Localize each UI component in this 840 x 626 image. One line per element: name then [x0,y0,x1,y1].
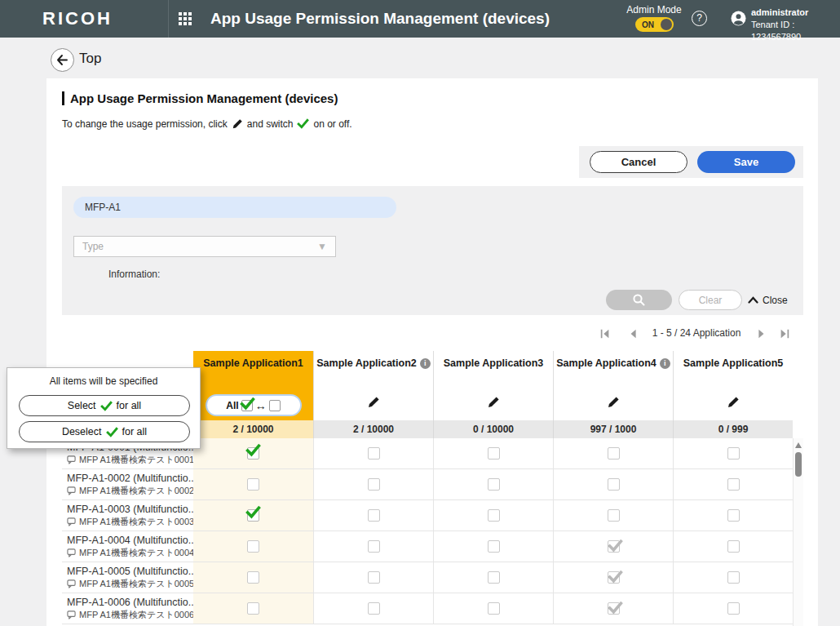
help-icon[interactable]: ? [692,11,707,26]
permission-checkbox[interactable] [368,540,380,553]
permission-checkbox[interactable] [368,571,380,584]
column-title: Sample Application2i [314,357,433,369]
type-dropdown[interactable]: Type ▼ [73,236,336,257]
admin-mode-toggle[interactable]: ON [635,17,674,32]
select-all-button[interactable]: Select for all [19,395,190,416]
device-search-input[interactable] [73,197,396,218]
permission-checkbox[interactable] [727,571,740,584]
permission-checkbox [608,540,620,553]
permission-checkbox[interactable] [247,509,259,522]
back-button[interactable] [51,48,74,72]
column-header-1: Sample Application1All↔ [193,351,313,420]
device-subname-text: MFP A1機番検索テスト0005 [79,578,193,590]
user-avatar-icon[interactable] [731,11,746,26]
deselect-all-button[interactable]: Deselect for all [19,421,190,442]
permission-checkbox[interactable] [488,571,500,584]
permission-checkbox[interactable] [247,478,259,491]
information-label: Information: [108,269,160,280]
permission-checkbox[interactable] [368,509,380,522]
permission-cell [553,438,673,468]
tenant-id: Tenant ID : 1234567890 [751,19,840,43]
permission-checkbox[interactable] [247,540,259,553]
table-row: MFP-A1-0005 (Multifunctio...MFP A1機番検索テス… [62,562,793,593]
permission-checkbox[interactable] [247,602,259,615]
comment-bubble-icon [67,579,76,588]
column-title-text: Sample Application4 [556,357,656,369]
first-page-icon[interactable] [599,328,611,340]
device-subname: MFP A1機番検索テスト0002 [67,485,192,497]
prev-page-icon[interactable] [628,328,639,340]
device-subname: MFP A1機番検索テスト0005 [67,578,192,590]
user-info[interactable]: administrator Tenant ID : 1234567890 [751,7,840,43]
permission-cell [553,469,673,499]
edit-pencil-button[interactable] [314,396,433,412]
unchecked-checkbox-icon [269,400,281,411]
permission-checkbox[interactable] [488,602,500,615]
pencil-icon [232,118,243,130]
type-placeholder: Type [82,241,317,252]
next-page-icon[interactable] [755,328,767,340]
column-title-text: Sample Application1 [203,357,303,369]
cancel-button[interactable]: Cancel [590,151,687,173]
permission-checkbox[interactable] [608,478,620,491]
clear-button[interactable]: Clear [679,290,742,310]
table-row: MFP-A1-0004 (Multifunctio...MFP A1機番検索テス… [62,531,793,562]
comment-bubble-icon [67,455,76,464]
permission-cell [553,500,673,531]
permission-cell [313,531,433,562]
permission-checkbox[interactable] [608,447,620,460]
device-subname: MFP A1機番検索テスト0004 [67,547,192,559]
edit-pencil-button[interactable] [674,396,793,412]
check-icon [297,118,309,130]
checked-checkbox-icon [241,400,253,411]
device-name: MFP-A1-0004 (Multifunctio... [67,535,192,546]
permission-checkbox[interactable] [488,478,500,491]
permission-checkbox[interactable] [247,447,259,460]
check-icon [100,400,113,412]
usage-count-5: 0 / 999 [673,420,793,438]
permission-cell [313,500,433,531]
info-icon[interactable]: i [660,358,670,369]
permission-cell [313,593,433,624]
permission-checkbox[interactable] [608,509,620,522]
topbar-divider [168,0,169,38]
edit-pencil-button[interactable] [554,396,673,412]
last-page-icon[interactable] [779,328,790,340]
info-icon[interactable]: i [420,358,431,369]
permission-checkbox[interactable] [368,602,380,615]
permission-checkbox[interactable] [727,447,740,460]
save-button[interactable]: Save [697,151,795,173]
permission-checkbox[interactable] [727,540,740,553]
edit-pencil-button[interactable] [434,396,553,412]
permission-checkbox[interactable] [488,540,500,553]
topbar: RICOH App Usage Permission Management (d… [0,0,840,38]
permission-checkbox[interactable] [488,509,500,522]
apps-grid-icon[interactable] [179,12,192,25]
permission-checkbox[interactable] [368,478,380,491]
permission-checkbox[interactable] [727,478,740,491]
scroll-up-icon[interactable] [795,442,802,448]
permission-cell [673,469,793,499]
permission-checkbox[interactable] [247,571,259,584]
table-row: MFP-A1-0003 (Multifunctio...MFP A1機番検索テス… [62,500,793,531]
comment-bubble-icon [67,610,76,619]
admin-mode-state: ON [642,20,654,29]
device-subname-text: MFP A1機番検索テスト0003 [79,516,193,528]
permission-checkbox[interactable] [488,447,500,460]
app-title: App Usage Permission Management (devices… [210,0,550,38]
close-search-link[interactable]: Close [748,290,788,310]
permission-checkbox[interactable] [368,447,380,460]
search-button[interactable] [606,290,672,310]
permission-cell [433,438,553,468]
device-subname-text: MFP A1機番検索テスト0006 [79,609,193,621]
device-subname-text: MFP A1機番検索テスト0001 [79,454,193,466]
permission-checkbox[interactable] [727,602,740,615]
permission-checkbox [608,602,620,615]
usage-count-2: 2 / 10000 [313,420,433,438]
scrollbar-thumb[interactable] [795,452,802,477]
device-subname: MFP A1機番検索テスト0003 [67,516,192,528]
permission-checkbox[interactable] [727,509,740,522]
column-title: Sample Application3 [434,357,553,369]
table-scrollbar[interactable] [793,438,803,626]
select-all-toggle-button[interactable]: All↔ [206,394,302,416]
